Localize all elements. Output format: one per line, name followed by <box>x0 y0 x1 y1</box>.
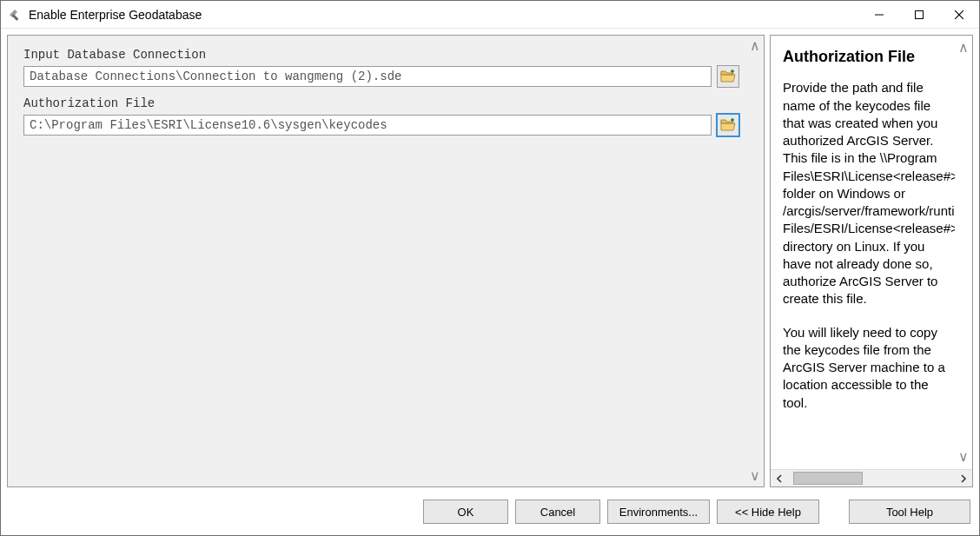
hide-help-button[interactable]: << Hide Help <box>717 500 819 524</box>
scroll-up-icon: ∧ <box>750 39 760 53</box>
help-paragraph-1: Provide the path and file name of the ke… <box>783 79 953 308</box>
titlebar[interactable]: Enable Enterprise Geodatabase <box>1 1 979 29</box>
input-db-label: Input Database Connection <box>23 48 739 62</box>
panels: Input Database Connection <box>1 29 979 493</box>
minimize-button[interactable] <box>859 1 899 28</box>
svg-rect-3 <box>916 10 924 18</box>
maximize-button[interactable] <box>899 1 939 28</box>
help-text: Authorization File Provide the path and … <box>771 36 955 469</box>
client-area: Input Database Connection <box>1 29 979 535</box>
field-authorization-file: Authorization File <box>23 96 739 136</box>
params-vertical-scroll[interactable]: ∧ ∨ <box>746 36 764 486</box>
hammer-icon <box>8 8 22 22</box>
ok-button[interactable]: OK <box>423 500 508 524</box>
form-area: Input Database Connection <box>8 36 746 486</box>
button-bar: OK Cancel Environments... << Hide Help T… <box>1 493 979 535</box>
auth-file-field[interactable] <box>23 115 712 136</box>
cancel-button[interactable]: Cancel <box>515 500 600 524</box>
help-horizontal-scroll[interactable] <box>771 469 972 486</box>
help-vertical-scroll[interactable]: ∧ ∨ <box>955 36 972 469</box>
scroll-down-icon: ∨ <box>750 469 760 483</box>
scroll-track[interactable] <box>788 470 955 486</box>
svg-rect-1 <box>12 14 19 21</box>
scroll-left-icon[interactable] <box>771 470 788 486</box>
help-heading: Authorization File <box>783 46 953 67</box>
scroll-up-icon: ∧ <box>958 41 969 55</box>
scroll-down-icon: ∨ <box>958 450 969 464</box>
help-paragraph-2: You will likely need to copy the keycode… <box>783 324 953 412</box>
tool-help-button[interactable]: Tool Help <box>849 500 970 524</box>
close-button[interactable] <box>939 1 979 28</box>
parameters-panel: Input Database Connection <box>7 35 765 487</box>
scroll-thumb[interactable] <box>793 472 863 485</box>
auth-file-label: Authorization File <box>23 96 739 110</box>
scroll-right-icon[interactable] <box>955 470 972 486</box>
geoprocessing-dialog: Enable Enterprise Geodatabase Input Data… <box>0 0 980 536</box>
help-panel: Authorization File Provide the path and … <box>770 35 973 487</box>
environments-button[interactable]: Environments... <box>607 500 710 524</box>
browse-auth-file-button[interactable] <box>717 114 739 136</box>
input-db-field[interactable] <box>23 66 712 87</box>
browse-input-db-button[interactable] <box>717 65 739 88</box>
field-input-database-connection: Input Database Connection <box>23 48 739 88</box>
window-title: Enable Enterprise Geodatabase <box>29 8 859 22</box>
window-controls <box>859 1 979 28</box>
